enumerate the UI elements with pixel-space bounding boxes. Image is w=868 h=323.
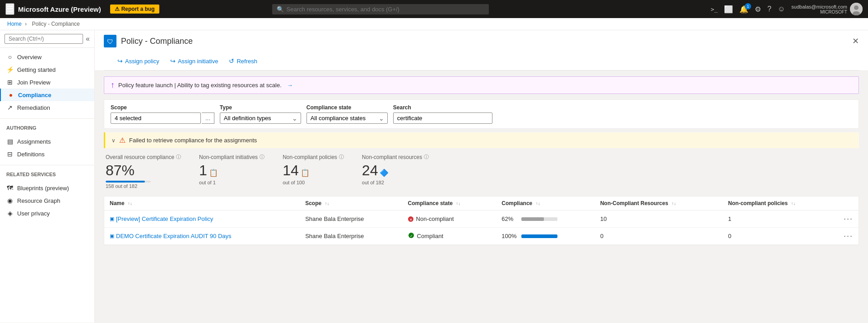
sidebar-item-blueprints[interactable]: 🗺 Blueprints (preview) [0, 182, 94, 194]
feedback-icon[interactable]: ☺ [778, 5, 785, 13]
notifications-icon[interactable]: 🔔 1 [739, 5, 748, 14]
related-nav: 🗺 Blueprints (preview) ◉ Resource Graph … [0, 179, 94, 222]
sidebar-item-resource-graph[interactable]: ◉ Resource Graph [0, 194, 94, 207]
sidebar-item-user-privacy[interactable]: ◈ User privacy [0, 207, 94, 220]
search-input[interactable] [287, 6, 484, 13]
sidebar-item-join-preview[interactable]: ⊞ Join Preview [0, 76, 94, 89]
avatar[interactable] [850, 3, 863, 15]
row1-status: ✕ Non-compliant [408, 215, 491, 222]
terminal-icon[interactable]: >_ [710, 6, 718, 13]
scope-input[interactable] [111, 112, 201, 124]
search-filter-input[interactable] [393, 112, 492, 124]
col-scope[interactable]: Scope ↑↓ [300, 197, 402, 211]
col-non-compliant-resources[interactable]: Non-Compliant Resources ↑↓ [595, 197, 723, 211]
non-compliant-resources-label: Non-compliant resources [362, 154, 422, 160]
compliance-sort-icon: ↑↓ [536, 201, 540, 206]
sidebar-divider-2 [0, 165, 94, 165]
compliance-state-select[interactable]: All compliance states Compliant Non-comp… [306, 112, 388, 124]
row2-more-button[interactable]: ··· [844, 231, 853, 240]
non-compliant-initiatives-info-icon[interactable]: ⓘ [260, 154, 265, 160]
close-button[interactable]: ✕ [852, 36, 859, 46]
row1-compliance-bar [521, 217, 557, 221]
refresh-button[interactable]: ↺ Refresh [224, 56, 262, 66]
table-header: Name ↑↓ Scope ↑↓ Compliance state ↑↓ [104, 197, 859, 211]
assign-policy-button[interactable]: ↪ Assign policy [113, 56, 164, 66]
refresh-icon: ↺ [229, 57, 234, 65]
banner-link[interactable]: → [287, 82, 293, 89]
row2-compliance-bar [521, 234, 557, 238]
row1-state-cell: ✕ Non-compliant [403, 211, 497, 228]
hamburger-button[interactable]: ☰ [5, 3, 14, 15]
col-non-compliant-policies[interactable]: Non-compliant policies ↑↓ [723, 197, 838, 211]
page-title-row: 🛡 Policy - Compliance ✕ [104, 35, 859, 47]
banner-text: Policy feature launch | Ability to tag e… [118, 82, 282, 89]
sidebar-item-assignments[interactable]: ▤ Assignments [0, 135, 94, 148]
filters-row: Scope ... Type All definition types Buil… [104, 99, 859, 129]
type-select[interactable]: All definition types Built-in Custom [220, 112, 301, 124]
topbar-icons: >_ ⬜ 🔔 1 ⚙ ? ☺ sudbalas@microsoft.com MI… [710, 3, 863, 15]
row1-status-dot: ✕ [408, 216, 413, 222]
remediation-icon: ↗ [6, 104, 14, 111]
authoring-section-label: Authoring [0, 121, 94, 132]
scope-label: Scope [111, 104, 214, 111]
alert-text: Failed to retrieve compliance for the as… [129, 137, 257, 144]
portal-icon[interactable]: ⬜ [724, 5, 733, 14]
overall-compliance-info-icon[interactable]: ⓘ [176, 154, 181, 160]
col-actions [838, 197, 859, 211]
settings-icon[interactable]: ⚙ [755, 5, 761, 14]
sidebar-item-compliance[interactable]: ● Compliance [0, 89, 94, 101]
report-bug-button[interactable]: ⚠ Report a bug [110, 5, 159, 14]
row1-more-button[interactable]: ··· [844, 214, 853, 223]
non-compliant-policies-sub: out of 100 [283, 180, 344, 185]
bug-icon: ⚠ [115, 6, 120, 12]
content-inner: ↑ Policy feature launch | Ability to tag… [95, 71, 868, 323]
assignments-icon: ▤ [6, 138, 14, 145]
col-name[interactable]: Name ↑↓ [104, 197, 300, 211]
sidebar-item-user-privacy-label: User privacy [17, 210, 50, 217]
breadcrumb-separator: › [25, 21, 28, 27]
global-search: 🔍 [272, 4, 489, 14]
alert-bar[interactable]: ∨ ⚠ Failed to retrieve compliance for th… [104, 132, 859, 148]
sidebar-item-definitions[interactable]: ⊟ Definitions [0, 148, 94, 160]
non-compliant-policies-info-icon[interactable]: ⓘ [339, 154, 344, 160]
row2-status-dot: ✓ [408, 232, 414, 240]
scope-input-row: ... [111, 112, 214, 124]
main-layout: « ○ Overview ⚡ Getting started ⊞ Join Pr… [0, 30, 868, 323]
row2-compliance-pct: 100% [501, 233, 518, 239]
assign-initiative-button[interactable]: ↪ Assign initiative [166, 56, 223, 66]
alert-warning-icon: ⚠ [119, 136, 125, 145]
non-compliant-resources-info-icon[interactable]: ⓘ [424, 154, 429, 160]
sidebar-item-getting-started[interactable]: ⚡ Getting started [0, 63, 94, 76]
row1-name-link[interactable]: ▣ [Preview] Certificate Expiration Polic… [110, 215, 294, 222]
scope-browse-button[interactable]: ... [202, 112, 214, 124]
row2-compliance-bar-fill [521, 234, 557, 238]
search-filter-label: Search [393, 104, 492, 111]
compliance-icon: ● [7, 91, 14, 98]
user-menu[interactable]: sudbalas@microsoft.com MICROSOFT [791, 3, 863, 15]
col-compliance[interactable]: Compliance ↑↓ [496, 197, 594, 211]
sidebar-item-definitions-label: Definitions [17, 151, 45, 158]
row2-nc-policies-cell: 0 [723, 228, 838, 245]
type-label: Type [220, 104, 301, 111]
search-filter: Search [393, 104, 492, 124]
col-compliance-state[interactable]: Compliance state ↑↓ [403, 197, 497, 211]
overall-compliance-bar [106, 181, 151, 183]
breadcrumb-home[interactable]: Home [7, 21, 22, 27]
user-email: sudbalas@microsoft.com [791, 4, 847, 9]
non-compliant-initiatives-value: 1 📋 [199, 162, 265, 179]
table-row: ▣ [Preview] Certificate Expiration Polic… [104, 211, 859, 228]
sidebar-item-overview[interactable]: ○ Overview [0, 51, 94, 63]
sidebar-item-join-preview-label: Join Preview [17, 79, 51, 86]
user-org: MICROSOFT [791, 9, 847, 14]
help-icon[interactable]: ? [767, 5, 771, 13]
resources-icon: 🔷 [380, 169, 389, 177]
overall-compliance-bar-fill [106, 181, 145, 183]
non-compliant-resources-value: 24 🔷 [362, 162, 429, 179]
sidebar-item-remediation[interactable]: ↗ Remediation [0, 101, 94, 114]
row2-name-link[interactable]: ▣ DEMO Certificate Expiration AUDIT 90 D… [110, 233, 294, 239]
sidebar-collapse-button[interactable]: « [86, 35, 90, 43]
row1-compliance-bar-fill [521, 217, 544, 221]
row2-policy-icon: ▣ [110, 233, 114, 239]
table-row: ▣ DEMO Certificate Expiration AUDIT 90 D… [104, 228, 859, 245]
sidebar-search-input[interactable] [5, 34, 83, 44]
